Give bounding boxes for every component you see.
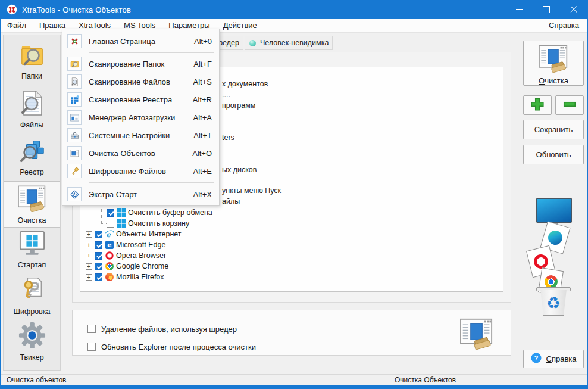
sidebar-item-folders[interactable]: Папки: [4, 39, 60, 84]
menu-item-home[interactable]: Главная Страница Alt+0: [62, 32, 219, 50]
checkbox-unchecked-icon[interactable]: [87, 343, 96, 351]
svg-text:?: ?: [534, 354, 538, 362]
checkbox-checked-icon[interactable]: [95, 273, 102, 281]
maximize-button[interactable]: [533, 0, 560, 19]
expand-plus-icon[interactable]: [86, 263, 92, 270]
menu-item-extra-start[interactable]: Экстра Старт Alt+X: [62, 185, 219, 203]
expand-plus-icon[interactable]: [86, 274, 92, 281]
help-icon: ?: [531, 353, 542, 365]
menu-item-system-settings[interactable]: Системные Настройки Alt+T: [62, 126, 219, 144]
tree-item-clipboard[interactable]: Очистить буфер обмена: [107, 207, 212, 218]
shortcut-label: Alt+A: [193, 113, 212, 122]
xtratools-dropdown-menu: Главная Страница Alt+0 Сканирование Папо…: [62, 29, 220, 206]
checkbox-checked-icon[interactable]: [95, 252, 102, 260]
title-bar: XtraTools - Очистка Объектов: [1, 0, 587, 19]
expand-plus-icon[interactable]: [86, 231, 92, 238]
tree-item-chrome[interactable]: Google Chrome: [86, 261, 168, 272]
sidebar-item-label: Очистка: [18, 216, 46, 225]
tree-item-opera[interactable]: Opera Browser: [86, 250, 166, 261]
sidebar-item-label: Стартап: [18, 261, 46, 269]
help-button[interactable]: ? Справка: [523, 350, 584, 368]
checkbox-checked-icon[interactable]: [95, 263, 102, 270]
tree-item-fragment[interactable]: ters: [222, 132, 234, 143]
edge-logo-icon: e: [105, 241, 114, 250]
sidebar-item-files[interactable]: Файлы: [4, 86, 60, 132]
startup-monitor-icon: [18, 231, 46, 259]
app-window: XtraTools - Очистка Объектов Файл Правка…: [0, 0, 588, 389]
checkbox-checked-icon[interactable]: [95, 231, 102, 238]
menu-item-autostart-manager[interactable]: Менеджер Автозагрузки Alt+A: [62, 108, 219, 126]
sidebar-item-cleanup[interactable]: Очистка: [4, 181, 60, 228]
shortcut-label: Alt+O: [192, 149, 212, 158]
tree-item-fragment[interactable]: ых дисков: [222, 164, 257, 175]
sidebar-item-label: Твикер: [20, 353, 43, 362]
sidebar-item-registry[interactable]: Реестр: [4, 134, 60, 179]
option-shredder[interactable]: Удаление файлов, используя шредер: [87, 323, 237, 334]
registry-search-icon: [18, 138, 46, 166]
shortcut-label: Alt+S: [193, 77, 212, 86]
tree-item-fragment[interactable]: ....: [222, 89, 230, 100]
cleanup-icon: [17, 185, 48, 214]
save-button-label: Сохранить: [534, 125, 573, 134]
opera-logo-icon: [105, 251, 114, 260]
sidebar-item-label: Файлы: [20, 121, 44, 129]
options-panel: Удаление файлов, используя шредер Обнови…: [72, 310, 511, 356]
windows-logo-icon: [117, 208, 126, 217]
option-refresh-explorer[interactable]: Обновить Explorer после процесса очистки: [87, 341, 256, 352]
close-button[interactable]: [560, 0, 587, 19]
add-button[interactable]: [523, 95, 552, 115]
tree-item-firefox[interactable]: Mozilla Firefox: [86, 272, 164, 282]
status-bar: Очистка объектов Очистка Объектов: [1, 374, 587, 386]
cleanup-icon: [537, 44, 570, 74]
tree-item-recycle-bin[interactable]: Очистить корзину: [107, 218, 189, 229]
remove-button[interactable]: [555, 95, 584, 115]
tab-label: редер: [218, 39, 239, 47]
sidebar-item-label: Реестр: [20, 168, 44, 176]
tree-item-internet-objects[interactable]: e Объекты Интернет: [86, 229, 182, 239]
monitor-icon: [536, 198, 572, 223]
menubar-action[interactable]: Действие: [217, 19, 264, 32]
sidebar-item-label: Шифровка: [14, 307, 51, 316]
expand-plus-icon[interactable]: [86, 253, 92, 259]
menu-item-folder-scan[interactable]: Сканирование Папок Alt+F: [62, 55, 219, 73]
shortcut-label: Alt+0: [194, 37, 212, 46]
shortcut-label: Alt+T: [193, 131, 212, 140]
refresh-button[interactable]: Обновить: [523, 145, 584, 164]
checkbox-unchecked-icon[interactable]: [87, 325, 96, 333]
tree-item-fragment[interactable]: х документов: [222, 79, 268, 89]
minus-icon: [562, 97, 577, 113]
menu-item-object-cleanup[interactable]: Очистка Объектов Alt+O: [62, 144, 219, 162]
menubar-help[interactable]: Справка: [540, 19, 587, 32]
sidebar-item-tweaker[interactable]: Твикер: [4, 319, 60, 364]
clean-button[interactable]: Очистка: [523, 41, 584, 86]
tab-invisible-man[interactable]: Человек-невидимка: [245, 36, 333, 50]
shortcut-label: Alt+F: [193, 60, 212, 69]
tree-item-fragment[interactable]: программ: [222, 100, 255, 111]
menubar-file[interactable]: Файл: [1, 19, 33, 32]
tree-item-fragment[interactable]: айлы: [222, 196, 240, 207]
gear-icon: [18, 322, 46, 351]
menu-item-file-scan[interactable]: Сканирование Файлов Alt+S: [62, 73, 219, 91]
home-icon: [67, 34, 82, 48]
tree-item-microsoft-edge[interactable]: e Microsoft Edge: [86, 239, 165, 250]
checkbox-checked-icon[interactable]: [107, 209, 114, 217]
status-right: Очистка Объектов: [395, 376, 456, 384]
expand-plus-icon[interactable]: [86, 242, 92, 248]
plus-icon: [530, 97, 545, 113]
checkbox-checked-icon[interactable]: [95, 241, 102, 249]
sidebar-item-startup[interactable]: Стартап: [4, 227, 60, 272]
minimize-button[interactable]: [505, 0, 533, 19]
chrome-logo-icon: [105, 262, 114, 271]
menu-item-file-encryption[interactable]: Шифрование Файлов Alt+E: [62, 162, 219, 180]
checkbox-unchecked-icon[interactable]: [107, 220, 114, 228]
tab-label: Человек-невидимка: [260, 39, 329, 47]
sidebar-item-encryption[interactable]: Шифровка: [4, 273, 60, 318]
shortcut-label: Alt+X: [193, 190, 212, 199]
object-cleanup-icon: [67, 146, 82, 160]
menu-item-registry-scan[interactable]: Сканирование Реестра Alt+R: [62, 91, 219, 108]
tree-item-fragment[interactable]: ункты меню Пуск: [222, 185, 281, 196]
window-title: XtraTools - Очистка Объектов: [22, 5, 131, 14]
app-icon: [7, 4, 17, 15]
clean-button-label: Очистка: [539, 76, 568, 85]
save-button[interactable]: Сохранить: [523, 120, 584, 139]
